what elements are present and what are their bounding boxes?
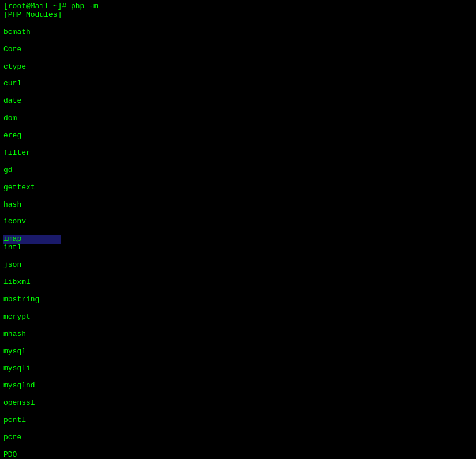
output-line: filter <box>3 149 473 158</box>
output-line: mysqli <box>3 364 473 373</box>
output-line: mcrypt <box>3 313 473 322</box>
output-line: Core <box>3 46 473 54</box>
output-line: mhash <box>3 330 473 339</box>
output-line: imap <box>3 235 61 244</box>
output-lines: [PHP Modules]bcmathCorectypecurldatedome… <box>3 11 473 459</box>
prompt-line: [root@Mail ~]# php -m <box>3 2 473 11</box>
output-line: json <box>3 261 473 270</box>
output-line: PDO <box>3 451 473 459</box>
output-line: libxml <box>3 278 473 287</box>
output-line: ctype <box>3 63 473 72</box>
output-line: gd <box>3 166 473 175</box>
output-line: curl <box>3 80 473 88</box>
output-line: mbstring <box>3 296 473 304</box>
output-line: hash <box>3 201 473 210</box>
output-line: gettext <box>3 184 473 192</box>
output-line: bcmath <box>3 28 473 37</box>
terminal-window: [root@Mail ~]# php -m [PHP Modules]bcmat… <box>3 2 473 459</box>
output-line: [PHP Modules] <box>3 11 473 20</box>
output-line: iconv <box>3 218 473 226</box>
output-line: ereg <box>3 132 473 140</box>
output-line: openssl <box>3 399 473 408</box>
output-line: mysqlnd <box>3 382 473 390</box>
output-line: date <box>3 97 473 106</box>
output-line: pcntl <box>3 416 473 425</box>
output-line: pcre <box>3 434 473 442</box>
output-line: mysql <box>3 348 473 356</box>
output-line: intl <box>3 244 473 252</box>
output-line: dom <box>3 114 473 123</box>
